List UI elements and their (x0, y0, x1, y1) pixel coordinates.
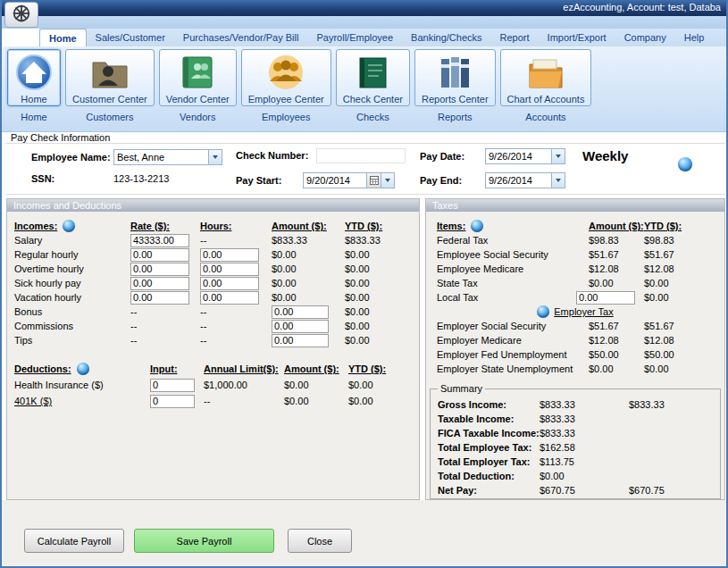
summary-row-label: Total Employer Tax: (438, 455, 540, 469)
paycheck-help-icon[interactable] (678, 157, 692, 171)
summary-cell-ytd (629, 412, 714, 426)
tab-import-export[interactable]: Import/Export (539, 29, 615, 46)
toolbar-vendor-center-button[interactable]: Vendor Center Vendors (159, 49, 237, 122)
overtime-hourly-rate-input[interactable] (130, 263, 189, 276)
tab-help[interactable]: Help (675, 29, 714, 46)
toolbar-customers-sublabel: Customers (86, 112, 133, 122)
pay-start-datepicker[interactable]: 9/20/2014 (303, 172, 395, 188)
tax-cell-ytd: $51.67 (644, 319, 714, 333)
app-window: ezAccounting, Account: test, Databa Home… (0, 0, 728, 568)
toolbar-check-center-button[interactable]: Check Center Checks (336, 49, 410, 122)
income-cell-ytd: $0.00 (345, 247, 407, 262)
employer-tax-help-icon[interactable] (537, 305, 549, 318)
summary-title: Summary (438, 383, 485, 394)
reports-center-icon (434, 52, 475, 93)
summary-cell-amount: $833.33 (540, 426, 629, 440)
check-number-input[interactable] (316, 148, 406, 163)
tab-company[interactable]: Company (615, 29, 675, 46)
tax-row-label: Employee Social Security (437, 247, 589, 262)
calculate-payroll-button[interactable]: Calculate Payroll (24, 529, 124, 553)
calendar-icon[interactable] (366, 173, 381, 188)
toolbar-home-sublabel: Home (21, 112, 46, 122)
pay-date-label: Pay Date: (420, 151, 464, 162)
incomes-help-icon[interactable] (63, 220, 75, 232)
toolbar-checks-sublabel: Checks (356, 112, 389, 122)
close-button[interactable]: Close (288, 529, 352, 553)
income-cell-rate: -- (130, 305, 200, 319)
deduction-cell-amount: $0.00 (284, 394, 348, 408)
deduction-cell-ytd: $0.00 (348, 378, 411, 392)
chevron-down-icon[interactable] (208, 150, 222, 164)
tax-row-label: Employer Social Security (437, 319, 589, 333)
salary-rate-input[interactable] (130, 234, 189, 247)
income-row-label: Vacation hourly (14, 290, 130, 305)
tax-row-label: Employer Fed Unemployment (437, 347, 589, 362)
chevron-down-icon[interactable] (551, 149, 565, 163)
tab-sales-customer[interactable]: Sales/Customer (87, 29, 174, 46)
deduction-401k-link[interactable]: 401K ($) (14, 394, 150, 408)
commissions-amount-input[interactable] (272, 320, 329, 333)
summary-cell-amount: $670.75 (540, 483, 629, 497)
tab-banking-checks[interactable]: Banking/Checks (402, 29, 491, 46)
summary-cell-amount: $0.00 (540, 469, 629, 483)
save-payroll-button[interactable]: Save Payroll (134, 529, 274, 553)
taxes-help-icon[interactable] (471, 220, 483, 232)
tab-home[interactable]: Home (39, 29, 87, 46)
chevron-down-icon[interactable] (381, 173, 394, 188)
summary-cell-amount: $162.58 (540, 440, 629, 455)
tab-report[interactable]: Report (491, 29, 539, 46)
tips-amount-input[interactable] (272, 334, 329, 347)
overtime-hourly-hours-input[interactable] (200, 263, 259, 276)
toolbar-reports-center-button[interactable]: Reports Center Reports (414, 49, 496, 122)
pay-end-value: 9/26/2014 (486, 173, 551, 188)
main-toolbar: Home Home Customer Center Customers (2, 46, 726, 132)
chart-of-accounts-icon (525, 52, 566, 93)
tab-purchases-vendor-pay-bill[interactable]: Purchases/Vendor/Pay Bill (174, 29, 308, 46)
401k-input[interactable] (150, 395, 195, 408)
regular-hourly-hours-input[interactable] (200, 248, 259, 262)
chevron-down-icon[interactable] (551, 173, 565, 188)
tab-payroll-employee[interactable]: Payroll/Employee (307, 29, 402, 46)
vacation-hourly-hours-input[interactable] (200, 291, 259, 305)
employer-tax-header: Employer Tax (554, 306, 613, 317)
ssn-label: SSN: (31, 173, 54, 184)
health-insurance-input[interactable] (150, 379, 195, 392)
income-cell-hours: -- (200, 233, 272, 247)
tax-cell-amount: $51.67 (589, 247, 644, 262)
deductions-limit-header: Annual Limit($): (204, 362, 284, 376)
local-tax-input[interactable] (576, 291, 635, 305)
income-cell-ytd: $0.00 (345, 333, 407, 347)
summary-table: Gross Income: $833.33 $833.33 Taxable In… (438, 397, 714, 497)
tax-cell-ytd: $0.00 (644, 290, 714, 305)
vendor-center-icon (178, 52, 217, 93)
pay-end-select[interactable]: 9/26/2014 (485, 172, 565, 188)
toolbar-employees-sublabel: Employees (262, 112, 310, 122)
toolbar-home-button[interactable]: Home Home (7, 49, 61, 122)
toolbar-customer-center-button[interactable]: Customer Center Customers (65, 49, 155, 122)
toolbar-chart-of-accounts-button[interactable]: Chart of Accounts Accounts (500, 49, 592, 122)
deductions-help-icon[interactable] (77, 363, 89, 375)
bonus-amount-input[interactable] (272, 305, 329, 319)
tax-row-label: State Tax (437, 276, 589, 290)
employee-name-select[interactable]: Best, Anne (113, 149, 222, 165)
summary-cell-amount: $113.75 (540, 455, 629, 469)
sick-hourly-rate-input[interactable] (130, 277, 189, 290)
income-row-label: Overtime hourly (14, 262, 130, 276)
pay-date-select[interactable]: 9/26/2014 (485, 148, 565, 164)
tax-items-header: Items: (437, 221, 465, 231)
toolbar-employee-center-button[interactable]: Employee Center Employees (241, 49, 331, 122)
income-cell-ytd: $0.00 (345, 305, 407, 319)
sick-hourly-hours-input[interactable] (200, 277, 259, 290)
toolbar-reports-center-label: Reports Center (422, 94, 489, 104)
employee-center-icon (265, 52, 306, 93)
summary-row-label: Net Pay: (438, 483, 540, 497)
tax-ytd-header: YTD ($): (644, 219, 714, 233)
income-cell-ytd: $0.00 (345, 290, 407, 305)
pay-date-value: 9/26/2014 (486, 149, 551, 163)
title-bar[interactable]: ezAccounting, Account: test, Databa (2, 0, 726, 16)
app-menu-button[interactable] (4, 2, 38, 28)
regular-hourly-rate-input[interactable] (130, 248, 189, 262)
toolbar-reports-sublabel: Reports (438, 112, 473, 122)
vacation-hourly-rate-input[interactable] (130, 291, 189, 305)
summary-cell-ytd (629, 455, 714, 469)
